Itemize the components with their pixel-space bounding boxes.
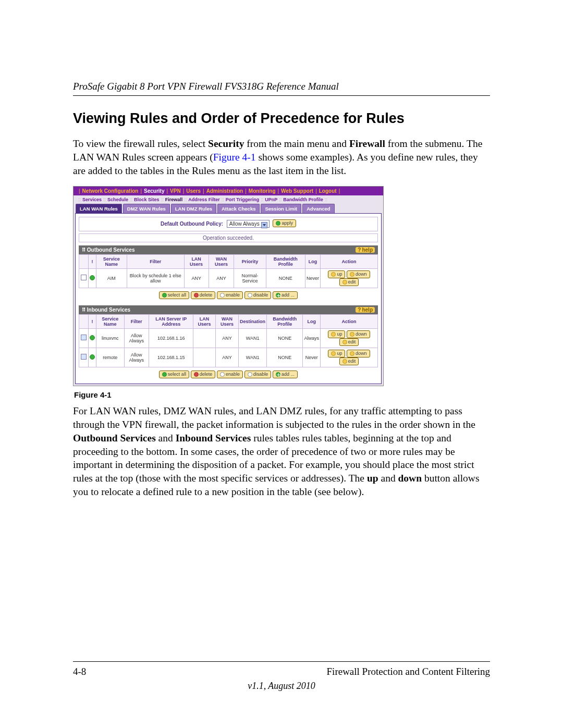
outbound-section-bar: ⠿ Outbound Services ?help xyxy=(79,245,378,254)
default-policy-row: Default Outbound Policy: Allow Always ap… xyxy=(79,217,378,231)
enable-button[interactable]: enable xyxy=(217,371,243,378)
disable-button[interactable]: disable xyxy=(244,291,272,299)
explanation-paragraph: For LAN WAN rules, DMZ WAN rules, and LA… xyxy=(73,404,490,499)
submenu-bar: :: Services:: Schedule:: Block Sites:: F… xyxy=(74,195,383,204)
tab-strip: LAN WAN Rules DMZ WAN Rules LAN DMZ Rule… xyxy=(74,204,383,213)
disable-button[interactable]: disable xyxy=(244,371,272,378)
edit-button[interactable]: edit xyxy=(339,357,359,365)
x-icon xyxy=(194,372,199,377)
tab-dmz-wan-rules[interactable]: DMZ WAN Rules xyxy=(123,204,170,213)
status-dot-icon xyxy=(90,335,95,340)
down-button[interactable]: down xyxy=(347,350,370,357)
inbound-title: Inbound Services xyxy=(87,307,130,313)
check-icon xyxy=(162,372,167,377)
nav-monitoring[interactable]: Monitoring xyxy=(249,188,276,194)
down-button[interactable]: down xyxy=(347,330,370,338)
inbound-section-bar: ⠿ Inbound Services ?help xyxy=(79,305,378,314)
tab-lan-wan-rules[interactable]: LAN WAN Rules xyxy=(76,204,122,213)
lan-wan-rules-screenshot: | Network Configuration| Security| VPN| … xyxy=(73,186,384,386)
manual-title: ProSafe Gigabit 8 Port VPN Firewall FVS3… xyxy=(73,81,490,92)
row-checkbox[interactable] xyxy=(81,354,87,360)
bold-firewall: Firewall xyxy=(349,138,385,149)
help-icon: ? xyxy=(358,307,361,313)
header-rule xyxy=(73,95,490,96)
bold-outbound: Outbound Services xyxy=(73,433,156,443)
bold-down: down xyxy=(398,473,422,484)
add-button[interactable]: add ... xyxy=(273,291,298,299)
up-button[interactable]: up xyxy=(328,270,345,278)
subnav-port-triggering[interactable]: Port Triggering xyxy=(226,197,260,202)
nav-vpn[interactable]: VPN xyxy=(170,188,181,194)
radio-on-icon xyxy=(220,372,225,377)
nav-network-configuration[interactable]: Network Configuration xyxy=(82,188,139,194)
x-icon xyxy=(194,293,199,298)
enable-button[interactable]: enable xyxy=(217,291,243,299)
intro-paragraph: To view the firewall rules, select Secur… xyxy=(73,137,490,178)
outbound-services-table: ! Service Name Filter LAN Users WAN User… xyxy=(79,254,378,288)
subnav-services[interactable]: Services xyxy=(82,197,102,202)
bold-inbound: Inbound Services xyxy=(176,433,251,443)
outbound-title: Outbound Services xyxy=(87,247,135,253)
up-icon xyxy=(331,332,336,337)
table-row: linuxvnc Allow Always 102.168.1.16 ANY W… xyxy=(79,328,378,348)
default-policy-label: Default Outbound Policy: xyxy=(161,221,223,227)
nav-users[interactable]: Users xyxy=(186,188,201,194)
edit-icon xyxy=(342,280,347,285)
operation-message: Operation succeeded. xyxy=(79,233,378,242)
table-row: AIM Block by schedule 1 else allow ANY A… xyxy=(79,268,378,288)
delete-button[interactable]: delete xyxy=(191,371,216,378)
tab-lan-dmz-rules[interactable]: LAN DMZ Rules xyxy=(171,204,216,213)
down-button[interactable]: down xyxy=(347,270,370,278)
table-row: remote Allow Always 102.168.1.15 ANY WAN… xyxy=(79,348,378,367)
subnav-bandwidth-profile[interactable]: Bandwidth Profile xyxy=(283,197,323,202)
page-heading: Viewing Rules and Order of Precedence fo… xyxy=(73,110,490,127)
inbound-help-button[interactable]: ?help xyxy=(356,307,375,313)
bold-security: Security xyxy=(208,138,244,149)
footer-version: v1.1, August 2010 xyxy=(73,681,490,692)
check-icon xyxy=(276,221,280,226)
radio-off-icon xyxy=(248,372,252,377)
up-icon xyxy=(331,351,336,356)
add-button[interactable]: add ... xyxy=(273,371,298,378)
check-icon xyxy=(162,293,167,298)
edit-icon xyxy=(342,359,347,364)
delete-button[interactable]: delete xyxy=(191,291,216,299)
page-footer: 4-8 Firewall Protection and Content Filt… xyxy=(73,661,490,692)
figure-link[interactable]: Figure 4-1 xyxy=(213,152,256,163)
row-checkbox[interactable] xyxy=(81,335,87,340)
up-icon xyxy=(331,272,336,277)
tab-attack-checks[interactable]: Attack Checks xyxy=(217,204,260,213)
table-header-row: ! Service Name Filter LAN Server IP Addr… xyxy=(79,314,378,328)
radio-on-icon xyxy=(220,293,225,298)
subnav-block-sites[interactable]: Block Sites xyxy=(134,197,160,202)
footer-rule xyxy=(73,661,490,662)
default-policy-select[interactable]: Allow Always xyxy=(227,220,270,228)
nav-logout[interactable]: Logout xyxy=(319,188,337,194)
edit-button[interactable]: edit xyxy=(339,338,359,346)
plus-icon xyxy=(276,293,280,298)
down-icon xyxy=(350,332,354,337)
tab-advanced[interactable]: Advanced xyxy=(302,204,334,213)
up-button[interactable]: up xyxy=(328,350,345,357)
select-all-button[interactable]: select all xyxy=(159,371,189,378)
row-checkbox[interactable] xyxy=(81,275,87,280)
bold-up: up xyxy=(367,473,378,484)
tab-session-limit[interactable]: Session Limit xyxy=(261,204,301,213)
edit-button[interactable]: edit xyxy=(339,278,359,286)
subnav-schedule[interactable]: Schedule xyxy=(107,197,128,202)
nav-web-support[interactable]: Web Support xyxy=(281,188,313,194)
apply-button[interactable]: apply xyxy=(273,219,296,227)
nav-security[interactable]: Security xyxy=(144,188,164,194)
up-button[interactable]: up xyxy=(328,330,345,338)
select-all-button[interactable]: select all xyxy=(159,291,189,299)
inbound-toolbar: select all delete enable disable add ... xyxy=(79,367,378,380)
footer-section: Firewall Protection and Content Filterin… xyxy=(327,666,490,677)
nav-administration[interactable]: Administration xyxy=(206,188,243,194)
inbound-services-table: ! Service Name Filter LAN Server IP Addr… xyxy=(79,314,378,367)
subnav-firewall[interactable]: Firewall xyxy=(165,197,183,202)
outbound-help-button[interactable]: ?help xyxy=(356,247,375,253)
subnav-upnp[interactable]: UPnP xyxy=(265,197,277,202)
plus-icon xyxy=(276,372,280,377)
subnav-address-filter[interactable]: Address Filter xyxy=(188,197,220,202)
status-dot-icon xyxy=(90,275,95,280)
